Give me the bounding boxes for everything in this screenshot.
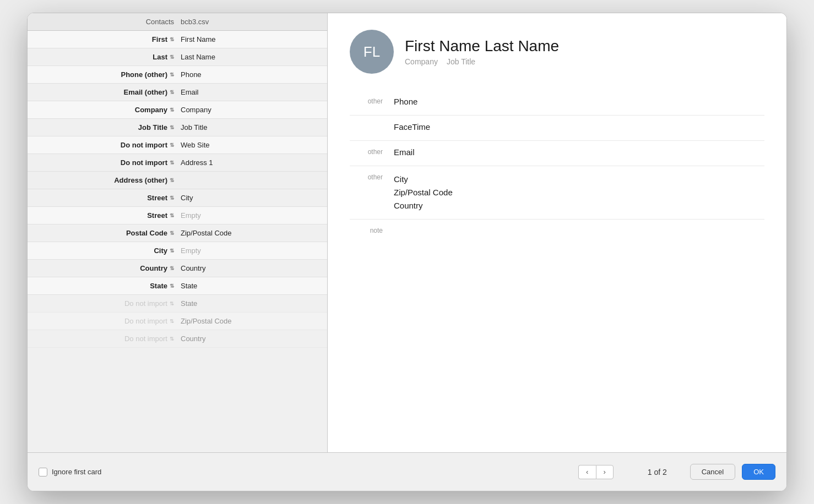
- cancel-button[interactable]: Cancel: [690, 464, 735, 480]
- field-label-dnicountry: Do not import ⇅: [34, 335, 177, 343]
- updown-icon-street-empty[interactable]: ⇅: [170, 213, 174, 218]
- address-field-row: other City Zip/Postal Code Country: [350, 166, 764, 220]
- field-label-phone: Phone (other) ⇅: [34, 70, 177, 79]
- dialog-body: Contacts bcb3.csv First ⇅ First Name Las…: [28, 13, 786, 452]
- ignore-first-card-container[interactable]: Ignore first card: [39, 468, 101, 476]
- field-value-last[interactable]: Last Name: [177, 53, 321, 61]
- mapping-row-job-title: Job Title ⇅ Job Title: [28, 119, 327, 136]
- ok-button[interactable]: OK: [742, 464, 775, 480]
- field-value-address1[interactable]: Address 1: [177, 158, 321, 167]
- mapping-row-website: Do not import ⇅ Web Site: [28, 136, 327, 154]
- contact-header: FL First Name Last Name Company Job Titl…: [350, 30, 764, 74]
- field-label-address1: Do not import ⇅: [34, 158, 177, 167]
- updown-icon-address-group[interactable]: ⇅: [170, 178, 174, 183]
- mapping-table: Contacts bcb3.csv First ⇅ First Name Las…: [28, 13, 327, 452]
- updown-icon-country[interactable]: ⇅: [170, 266, 174, 271]
- address-field-value: City Zip/Postal Code Country: [394, 173, 764, 212]
- field-value-phone[interactable]: Phone: [177, 70, 321, 79]
- updown-icon-last[interactable]: ⇅: [170, 54, 174, 60]
- field-value-country[interactable]: Country: [177, 264, 321, 272]
- ignore-first-card-label: Ignore first card: [52, 468, 101, 476]
- ignore-first-card-checkbox[interactable]: [39, 468, 47, 476]
- mapping-row-company: Company ⇅ Company: [28, 101, 327, 119]
- prev-button[interactable]: ‹: [578, 465, 596, 479]
- updown-icon-phone[interactable]: ⇅: [170, 72, 174, 78]
- left-bottom: Ignore first card: [39, 468, 339, 476]
- updown-icon-address1[interactable]: ⇅: [170, 160, 174, 166]
- field-label-dnizip: Do not import ⇅: [34, 317, 177, 325]
- field-value-street-empty[interactable]: Empty: [177, 211, 321, 220]
- avatar: FL: [350, 30, 394, 74]
- field-value-email[interactable]: Email: [177, 88, 321, 96]
- right-bottom: ‹ › 1 of 2 Cancel OK: [339, 464, 775, 480]
- field-value-city-empty[interactable]: Empty: [177, 246, 321, 255]
- next-button[interactable]: ›: [596, 465, 614, 479]
- updown-icon-city-empty[interactable]: ⇅: [170, 248, 174, 254]
- field-label-dnistate: Do not import ⇅: [34, 299, 177, 308]
- field-value-dnizip[interactable]: Zip/Postal Code: [177, 317, 321, 325]
- updown-icon-dnistate[interactable]: ⇅: [170, 301, 174, 306]
- mapping-row-city-empty: City ⇅ Empty: [28, 242, 327, 260]
- contacts-header-label: Contacts: [34, 18, 177, 26]
- email-field-value: Email: [394, 147, 764, 157]
- updown-icon-first[interactable]: ⇅: [170, 37, 174, 42]
- field-label-country: Country ⇅: [34, 264, 177, 272]
- facetime-field-label: [350, 122, 394, 123]
- field-label-state: State ⇅: [34, 282, 177, 290]
- facetime-field-value: FaceTime: [394, 122, 764, 132]
- facetime-field-row: FaceTime: [350, 116, 764, 141]
- phone-field-label: other: [350, 97, 394, 105]
- mapping-row-dnizip: Do not import ⇅ Zip/Postal Code: [28, 313, 327, 330]
- field-label-street-city: Street ⇅: [34, 194, 177, 202]
- phone-field-value: Phone: [394, 97, 764, 106]
- mapping-header: Contacts bcb3.csv: [28, 13, 327, 31]
- address-field-label: other: [350, 173, 394, 181]
- field-value-job-title[interactable]: Job Title: [177, 123, 321, 132]
- field-label-postal-code: Postal Code ⇅: [34, 229, 177, 237]
- mapping-row-dnistate: Do not import ⇅ State: [28, 295, 327, 313]
- mapping-row-state: State ⇅ State: [28, 277, 327, 295]
- field-value-state[interactable]: State: [177, 282, 321, 290]
- updown-icon-street-city[interactable]: ⇅: [170, 195, 174, 201]
- updown-icon-dnicountry[interactable]: ⇅: [170, 336, 174, 342]
- field-value-postal-code[interactable]: Zip/Postal Code: [177, 229, 321, 237]
- updown-icon-job-title[interactable]: ⇅: [170, 125, 174, 130]
- updown-icon-company[interactable]: ⇅: [170, 107, 174, 113]
- field-value-company[interactable]: Company: [177, 106, 321, 114]
- updown-icon-postal-code[interactable]: ⇅: [170, 231, 174, 236]
- updown-icon-website[interactable]: ⇅: [170, 143, 174, 148]
- email-field-row: other Email: [350, 141, 764, 166]
- mapping-row-street-empty: Street ⇅ Empty: [28, 207, 327, 224]
- mapping-row-dnicountry: Do not import ⇅ Country: [28, 330, 327, 348]
- bottom-bar: Ignore first card ‹ › 1 of 2 Cancel OK: [28, 452, 786, 491]
- job-title-label: Job Title: [447, 57, 475, 66]
- field-value-dnicountry[interactable]: Country: [177, 335, 321, 343]
- note-field-row: note: [350, 220, 764, 245]
- email-field-label: other: [350, 147, 394, 156]
- field-label-company: Company ⇅: [34, 106, 177, 114]
- left-panel: Contacts bcb3.csv First ⇅ First Name Las…: [28, 13, 328, 452]
- updown-icon-dnizip[interactable]: ⇅: [170, 319, 174, 324]
- company-label: Company: [405, 57, 438, 66]
- field-value-first[interactable]: First Name: [177, 35, 321, 43]
- mapping-row-address1: Do not import ⇅ Address 1: [28, 154, 327, 172]
- contact-name: First Name Last Name: [405, 37, 559, 55]
- field-label-street-empty: Street ⇅: [34, 211, 177, 220]
- right-panel: FL First Name Last Name Company Job Titl…: [328, 13, 786, 452]
- phone-field-row: other Phone: [350, 90, 764, 116]
- page-indicator: 1 of 2: [648, 468, 667, 476]
- field-label-website: Do not import ⇅: [34, 141, 177, 149]
- import-dialog: Contacts bcb3.csv First ⇅ First Name Las…: [27, 13, 787, 491]
- updown-icon-email[interactable]: ⇅: [170, 90, 174, 95]
- field-value-website[interactable]: Web Site: [177, 141, 321, 149]
- file-header-label: bcb3.csv: [177, 18, 321, 26]
- field-label-first: First ⇅: [34, 35, 177, 43]
- field-value-street-city[interactable]: City: [177, 194, 321, 202]
- mapping-row-phone: Phone (other) ⇅ Phone: [28, 66, 327, 84]
- updown-icon-state[interactable]: ⇅: [170, 283, 174, 289]
- mapping-row-first: First ⇅ First Name: [28, 31, 327, 48]
- address-group-header: Address (other) ⇅: [28, 172, 327, 189]
- mapping-row-street-city: Street ⇅ City: [28, 189, 327, 207]
- field-value-dnistate[interactable]: State: [177, 299, 321, 308]
- address-zip: Zip/Postal Code: [394, 186, 764, 199]
